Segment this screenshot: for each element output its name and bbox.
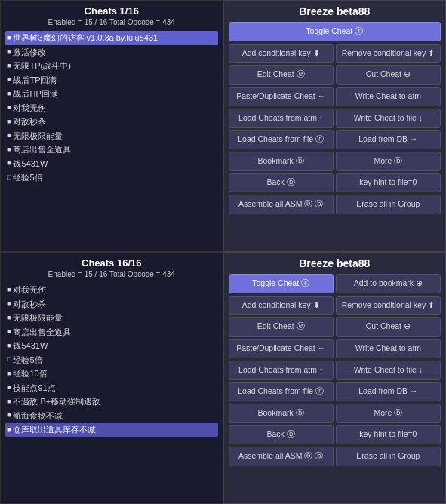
list-item[interactable]: ■ 钱5431W <box>5 339 218 353</box>
list-item[interactable]: ■ 不遇敌 B+移动强制遇敌 <box>5 395 218 409</box>
list-item[interactable]: ■ 对我无伤 <box>5 283 218 297</box>
list-item[interactable]: □ 经验5倍 <box>5 353 218 367</box>
check-icon: ■ <box>7 313 11 324</box>
check-icon: ■ <box>7 117 11 128</box>
bottom-button-grid: Toggle Cheat ⓡ Add to bookmark ⊕ Add con… <box>229 274 441 466</box>
load-cheats-from-file-button[interactable]: Load Cheats from file ⓡ <box>229 130 334 149</box>
write-cheat-to-atm-button-bottom[interactable]: Write Cheat to atm <box>336 339 441 358</box>
write-cheat-to-atm-button[interactable]: Write Cheat to atm <box>336 87 441 106</box>
key-hint-button[interactable]: key hint to file=0 <box>336 173 441 192</box>
bottom-right-panel: Breeze beta88 Toggle Cheat ⓡ Add to book… <box>223 252 447 504</box>
list-item[interactable]: ■ 商店出售全道具 <box>5 325 218 340</box>
top-left-subtitle: Enabled = 15 / 16 Total Opcode = 434 <box>5 18 218 26</box>
toggle-cheat-button-bottom[interactable]: Toggle Cheat ⓡ <box>229 274 334 293</box>
more-button[interactable]: More ⓑ <box>336 152 441 171</box>
check-icon: ■ <box>7 285 11 296</box>
list-item[interactable]: ■ 无限极限能量 <box>5 311 218 325</box>
add-to-bookmark-button[interactable]: Add to bookmark ⊕ <box>336 274 441 293</box>
cut-cheat-button[interactable]: Cut Cheat ⊖ <box>336 65 441 85</box>
list-item[interactable]: ■ 航海食物不减 <box>5 409 218 423</box>
load-from-db-button-bottom[interactable]: Load from DB → <box>336 382 441 401</box>
list-item[interactable]: ■ 战后HP回满 <box>5 87 218 101</box>
top-right-title: Breeze beta88 <box>229 5 441 17</box>
toggle-cheat-button[interactable]: Toggle Cheat ⓡ <box>229 22 441 41</box>
list-item[interactable]: ■ 激活修改 <box>5 45 218 60</box>
key-hint-button-bottom[interactable]: key hint to file=0 <box>336 425 441 444</box>
list-item[interactable]: ■ 无限TP(战斗中) <box>5 59 218 73</box>
check-icon: ■ <box>7 47 11 57</box>
remove-conditional-key-button-bottom[interactable]: Remove conditional key ⬆ <box>336 296 441 315</box>
check-icon: ■ <box>7 425 11 435</box>
check-icon: ■ <box>7 131 11 141</box>
check-icon: ■ <box>7 299 11 309</box>
edit-cheat-button[interactable]: Edit Cheat ⓔ <box>229 65 334 85</box>
check-icon: ■ <box>7 89 11 100</box>
write-cheat-to-file-button[interactable]: Write Cheat to file ↓ <box>336 109 441 128</box>
check-icon: ■ <box>7 383 11 393</box>
list-item[interactable]: ■ 仓库取出道具库存不减 <box>5 423 218 437</box>
assemble-all-asm-button[interactable]: Assemble all ASM ⓔ ⓑ <box>229 195 334 214</box>
check-icon: ■ <box>7 145 11 155</box>
bookmark-button[interactable]: Bookmark ⓑ <box>229 152 334 171</box>
bookmark-button-bottom[interactable]: Bookmark ⓑ <box>229 404 334 423</box>
main-container: Cheats 1/16 Enabled = 15 / 16 Total Opco… <box>0 0 446 504</box>
list-item[interactable]: ■ 无限极限能量 <box>5 129 218 143</box>
check-icon: □ <box>7 355 11 365</box>
add-conditional-key-button[interactable]: Add conditional key ⬇ <box>229 44 334 63</box>
list-item[interactable]: ■ 商店出售全道具 <box>5 143 218 157</box>
add-conditional-key-button-bottom[interactable]: Add conditional key ⬇ <box>229 296 334 315</box>
load-cheats-from-file-button-bottom[interactable]: Load Cheats from file ⓡ <box>229 382 334 401</box>
list-item[interactable]: ■ 对我无伤 <box>5 101 218 115</box>
top-button-grid: Toggle Cheat ⓡ Add conditional key ⬇ Rem… <box>229 22 441 214</box>
list-item[interactable]: ■ 钱5431W <box>5 157 218 171</box>
bottom-right-title: Breeze beta88 <box>229 257 441 269</box>
paste-duplicate-cheat-button[interactable]: Paste/Duplicate Cheat ← <box>229 87 334 106</box>
load-cheats-from-atm-button[interactable]: Load Cheats from atm ↑ <box>229 109 334 128</box>
check-icon: ■ <box>7 369 11 380</box>
check-icon: ■ <box>7 158 11 169</box>
list-item[interactable]: ■ 战后TP回满 <box>5 73 218 88</box>
top-left-panel: Cheats 1/16 Enabled = 15 / 16 Total Opco… <box>0 0 223 252</box>
check-icon: ■ <box>7 75 11 85</box>
list-item[interactable]: ■ 经验10倍 <box>5 367 218 381</box>
bottom-left-panel: Cheats 16/16 Enabled = 15 / 16 Total Opc… <box>0 252 223 504</box>
list-item[interactable]: ■ 对敌秒杀 <box>5 115 218 129</box>
list-item[interactable]: ■ 世界树3魔幻的访客 v1.0.3a by.lulu5431 <box>5 31 218 45</box>
back-button[interactable]: Back ⓑ <box>229 173 334 192</box>
erase-all-in-group-button-bottom[interactable]: Erase all in Group <box>336 447 441 466</box>
erase-all-in-group-button[interactable]: Erase all in Group <box>336 195 441 214</box>
list-item[interactable]: □ 经验5倍 <box>5 171 218 185</box>
cut-cheat-button-bottom[interactable]: Cut Cheat ⊖ <box>336 317 441 337</box>
check-icon: ■ <box>7 33 11 44</box>
bottom-left-subtitle: Enabled = 15 / 16 Total Opcode = 434 <box>5 270 218 278</box>
assemble-all-asm-button-bottom[interactable]: Assemble all ASM ⓔ ⓑ <box>229 447 334 466</box>
top-right-panel: Breeze beta88 Toggle Cheat ⓡ Add conditi… <box>223 0 447 252</box>
check-icon: □ <box>7 173 11 183</box>
load-cheats-from-atm-button-bottom[interactable]: Load Cheats from atm ↑ <box>229 361 334 380</box>
write-cheat-to-file-button-bottom[interactable]: Write Cheat to file ↓ <box>336 361 441 380</box>
more-button-bottom[interactable]: More ⓑ <box>336 404 441 423</box>
edit-cheat-button-bottom[interactable]: Edit Cheat ⓔ <box>229 317 334 337</box>
list-item[interactable]: ■ 对敌秒杀 <box>5 297 218 312</box>
paste-duplicate-cheat-button-bottom[interactable]: Paste/Duplicate Cheat ← <box>229 339 334 358</box>
back-button-bottom[interactable]: Back ⓑ <box>229 425 334 444</box>
list-item[interactable]: ■ 技能点91点 <box>5 381 218 395</box>
check-icon: ■ <box>7 410 11 421</box>
check-icon: ■ <box>7 61 11 72</box>
top-left-title: Cheats 1/16 <box>5 5 218 17</box>
check-icon: ■ <box>7 103 11 113</box>
bottom-cheat-list: ■ 对我无伤 ■ 对敌秒杀 ■ 无限极限能量 ■ 商店出售全道具 ■ 钱5431… <box>5 283 218 437</box>
remove-conditional-key-button[interactable]: Remove conditional key ⬆ <box>336 44 441 63</box>
load-from-db-button[interactable]: Load from DB → <box>336 130 441 149</box>
check-icon: ■ <box>7 341 11 352</box>
bottom-left-title: Cheats 16/16 <box>5 257 218 269</box>
top-cheat-list: ■ 世界树3魔幻的访客 v1.0.3a by.lulu5431 ■ 激活修改 ■… <box>5 31 218 185</box>
check-icon: ■ <box>7 397 11 407</box>
check-icon: ■ <box>7 327 11 337</box>
